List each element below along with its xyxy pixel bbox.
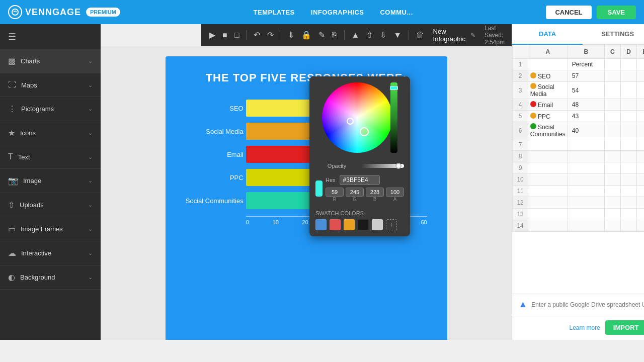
- cell-c[interactable]: [604, 186, 620, 197]
- import-button[interactable]: IMPORT: [605, 320, 644, 335]
- cell-c[interactable]: [604, 139, 620, 151]
- cell-b[interactable]: 40: [568, 122, 604, 139]
- sidebar-item-icons[interactable]: ★ Icons ⌄: [0, 121, 101, 145]
- cell-d[interactable]: [620, 82, 636, 99]
- brightness-slider[interactable]: [390, 82, 397, 153]
- cell-e[interactable]: [637, 122, 644, 139]
- cell-d[interactable]: [620, 139, 636, 151]
- swatch-blue[interactable]: [315, 219, 327, 230]
- sidebar-item-interactive[interactable]: ☁ Interactive ⌄: [0, 241, 101, 265]
- cell-a[interactable]: [528, 209, 568, 220]
- table-row[interactable]: 1Percent: [513, 59, 644, 70]
- cell-d[interactable]: [620, 59, 636, 70]
- brightness-handle[interactable]: [390, 86, 398, 90]
- cell-c[interactable]: [604, 70, 620, 82]
- color-dot-cell[interactable]: Social Communities: [528, 122, 568, 139]
- spreadsheet[interactable]: A B C D E 1Percent2 SEO573 Social Media5…: [512, 45, 644, 294]
- table-row[interactable]: 5 PPC43: [513, 111, 644, 122]
- cell-b[interactable]: [568, 220, 604, 232]
- swatch-black[interactable]: [358, 219, 369, 230]
- edit-filename-icon[interactable]: ✎: [468, 30, 477, 41]
- table-row[interactable]: 8: [513, 151, 644, 162]
- cell-c[interactable]: [604, 111, 620, 122]
- table-row[interactable]: 14: [513, 220, 644, 232]
- color-wheel[interactable]: [322, 82, 392, 153]
- sidebar-item-text[interactable]: T Text ⌄: [0, 145, 101, 169]
- nav-templates[interactable]: TEMPLATES: [254, 9, 295, 16]
- color-dot-cell[interactable]: SEO: [528, 70, 568, 82]
- sidebar-item-image-frames[interactable]: ▭ Image Frames ⌄: [0, 217, 101, 241]
- col-header-b[interactable]: B: [568, 45, 604, 59]
- filename[interactable]: New Infographic: [433, 28, 465, 43]
- cell-d[interactable]: [620, 122, 636, 139]
- color-dot-cell[interactable]: PPC: [528, 111, 568, 122]
- cell-b[interactable]: [568, 162, 604, 174]
- tab-data[interactable]: DATA: [512, 24, 583, 45]
- cell-e[interactable]: [637, 99, 644, 111]
- cell-a[interactable]: [528, 139, 568, 151]
- nav-infographics[interactable]: INFOGRAPHICS: [311, 9, 364, 16]
- cell-e[interactable]: [637, 174, 644, 186]
- col-header-d[interactable]: D: [620, 45, 636, 59]
- cell-c[interactable]: [604, 197, 620, 209]
- cell-d[interactable]: [620, 70, 636, 82]
- cell-e[interactable]: [637, 162, 644, 174]
- edit-icon[interactable]: ✎: [316, 28, 327, 42]
- table-row[interactable]: 10: [513, 174, 644, 186]
- learn-more-link[interactable]: Learn more: [569, 324, 600, 331]
- cell-b[interactable]: [568, 151, 604, 162]
- color-cursor-1[interactable]: [347, 118, 354, 125]
- table-row[interactable]: 13: [513, 209, 644, 220]
- cell-c[interactable]: [604, 122, 620, 139]
- col-header-e[interactable]: E: [637, 45, 644, 59]
- cell-d[interactable]: [620, 197, 636, 209]
- table-row[interactable]: 9: [513, 162, 644, 174]
- move-down-icon[interactable]: ⇩: [378, 28, 388, 42]
- cell-c[interactable]: [604, 99, 620, 111]
- cell-b[interactable]: 48: [568, 99, 604, 111]
- swatch-orange[interactable]: [344, 219, 355, 230]
- select-tool-icon[interactable]: ▶: [207, 28, 217, 42]
- cell-a[interactable]: [528, 197, 568, 209]
- sidebar-item-charts[interactable]: ▩ Charts ⌄: [0, 49, 101, 73]
- cell-a[interactable]: [528, 220, 568, 232]
- cell-e[interactable]: [637, 111, 644, 122]
- cancel-button[interactable]: CANCEL: [546, 6, 591, 19]
- table-row[interactable]: 7: [513, 139, 644, 151]
- color-wheel-container[interactable]: [322, 82, 397, 158]
- move-up-icon[interactable]: ▲: [350, 29, 362, 42]
- cell-e[interactable]: [637, 151, 644, 162]
- col-header-c[interactable]: C: [604, 45, 620, 59]
- cell-b[interactable]: 43: [568, 111, 604, 122]
- cell-c[interactable]: [604, 174, 620, 186]
- cell-a[interactable]: [528, 162, 568, 174]
- cell-b[interactable]: 57: [568, 70, 604, 82]
- cell-e[interactable]: [637, 197, 644, 209]
- cell-d[interactable]: [620, 151, 636, 162]
- add-swatch-button[interactable]: +: [386, 219, 397, 230]
- cell-c[interactable]: [604, 220, 620, 232]
- cell-b[interactable]: [568, 209, 604, 220]
- color-dot-cell[interactable]: Email: [528, 99, 568, 111]
- sidebar-item-uploads[interactable]: ⇧ Uploads ⌄: [0, 193, 101, 217]
- cell-d[interactable]: [620, 162, 636, 174]
- opacity-slider[interactable]: [361, 164, 404, 168]
- move-up-alt-icon[interactable]: ⇧: [364, 28, 375, 42]
- cell-d[interactable]: [620, 111, 636, 122]
- cell-b[interactable]: Percent: [568, 59, 604, 70]
- cell-d[interactable]: [620, 99, 636, 111]
- g-input[interactable]: [346, 188, 364, 197]
- swatch-gray[interactable]: [372, 219, 383, 230]
- b-input[interactable]: [366, 188, 384, 197]
- cell-a[interactable]: [528, 186, 568, 197]
- cell-a[interactable]: [528, 174, 568, 186]
- cell-e[interactable]: [637, 82, 644, 99]
- color-dot-cell[interactable]: Social Media: [528, 82, 568, 99]
- table-row[interactable]: 2 SEO57: [513, 70, 644, 82]
- cell-e[interactable]: [637, 220, 644, 232]
- sidebar-item-background[interactable]: ◐ Background ⌄: [0, 265, 101, 290]
- sidebar-item-pictograms[interactable]: ⋮ Pictograms ⌄: [0, 97, 101, 121]
- cell-d[interactable]: [620, 174, 636, 186]
- nav-community[interactable]: COMMU...: [380, 9, 413, 16]
- table-row[interactable]: 12: [513, 197, 644, 209]
